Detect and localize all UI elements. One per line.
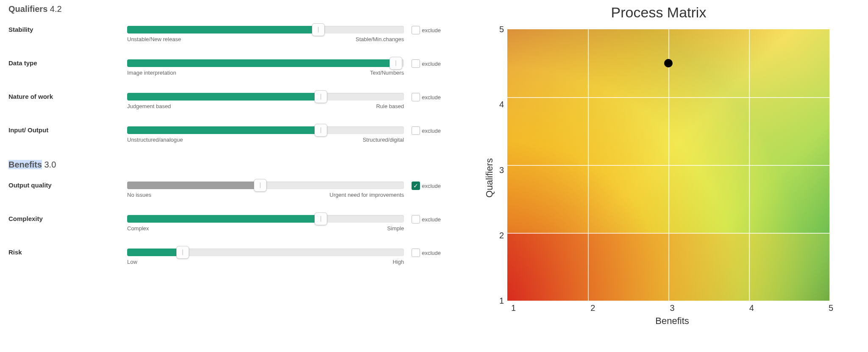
slider-left-caption: Image interpretation (127, 70, 176, 76)
slider-row-input-output: Input/ Output Unstructured/analogue Stru… (8, 126, 441, 143)
complexity-slider[interactable] (127, 215, 404, 223)
slider-row-output-quality: Output quality No issues Urgent need for… (8, 182, 441, 198)
slider-row-nature-of-work: Nature of work Judgement based Rule base… (8, 93, 441, 109)
slider-thumb[interactable] (314, 212, 327, 225)
benefits-header: Benefits 3.0 (8, 160, 441, 170)
x-tick: 2 (590, 303, 595, 313)
slider-row-data-type: Data type Image interpretation Text/Numb… (8, 59, 441, 76)
slider-left-caption: Judgement based (127, 103, 171, 109)
chart-title: Process Matrix (611, 4, 707, 21)
exclude-label: exclude (422, 250, 441, 256)
slider-right-caption: Stable/Min.changes (356, 36, 404, 42)
exclude-checkbox-risk[interactable] (412, 249, 420, 257)
criteria-panel: Qualifiers 4.2 Stability Unstable/New re… (8, 4, 458, 348)
y-tick: 3 (499, 165, 504, 175)
slider-right-caption: Rule based (376, 103, 404, 109)
y-tick: 2 (499, 230, 504, 240)
process-matrix-heatmap (507, 29, 829, 301)
y-axis-ticks: 5 4 3 2 1 (499, 29, 504, 301)
nature-of-work-slider[interactable] (127, 93, 404, 101)
slider-left-caption: No issues (127, 192, 151, 198)
exclude-checkbox-stability[interactable] (412, 26, 420, 34)
y-tick: 4 (499, 100, 504, 109)
benefits-score: 3.0 (44, 160, 56, 169)
exclude-label: exclude (422, 27, 441, 34)
matrix-data-point (664, 59, 673, 67)
exclude-label: exclude (422, 128, 441, 134)
slider-right-caption: Text/Numbers (370, 70, 404, 76)
slider-thumb[interactable] (314, 90, 327, 103)
slider-row-stability: Stability Unstable/New release Stable/Mi… (8, 26, 441, 42)
slider-thumb[interactable] (312, 23, 325, 36)
data-type-slider[interactable] (127, 59, 404, 67)
slider-label: Data type (8, 59, 127, 67)
slider-right-caption: Structured/digital (363, 137, 404, 143)
exclude-label: exclude (422, 61, 441, 67)
slider-left-caption: Low (127, 259, 137, 265)
input-output-slider[interactable] (127, 126, 404, 134)
slider-thumb[interactable] (389, 57, 402, 70)
y-tick: 5 (499, 25, 504, 34)
exclude-label: exclude (422, 94, 441, 101)
slider-label: Stability (8, 26, 127, 33)
exclude-label: exclude (422, 216, 441, 223)
slider-right-caption: Urgent need for improvements (330, 192, 404, 198)
x-tick: 4 (749, 303, 754, 313)
exclude-checkbox-data-type[interactable] (412, 59, 420, 68)
slider-left-caption: Unstructured/analogue (127, 137, 183, 143)
benefits-label: Benefits (8, 160, 42, 169)
slider-label: Input/ Output (8, 126, 127, 134)
slider-thumb[interactable] (314, 124, 327, 137)
exclude-checkbox-input-output[interactable] (412, 126, 420, 135)
slider-row-risk: Risk Low High exclude (8, 249, 441, 265)
qualifiers-label: Qualifiers (8, 4, 47, 14)
slider-label: Risk (8, 249, 127, 256)
slider-label: Nature of work (8, 93, 127, 100)
y-axis-label: Qualifiers (484, 158, 495, 198)
output-quality-slider[interactable] (127, 182, 404, 189)
slider-left-caption: Complex (127, 225, 149, 232)
exclude-checkbox-output-quality[interactable]: ✓ (412, 182, 420, 190)
x-tick: 1 (511, 303, 516, 313)
slider-left-caption: Unstable/New release (127, 36, 181, 42)
process-matrix-panel: Process Matrix Qualifiers 5 4 3 2 1 (458, 4, 860, 348)
slider-label: Complexity (8, 215, 127, 222)
x-axis-ticks: 1 2 3 4 5 (511, 303, 833, 313)
y-tick: 1 (499, 296, 504, 306)
x-axis-label: Benefits (511, 316, 833, 327)
exclude-checkbox-nature-of-work[interactable] (412, 93, 420, 101)
slider-row-complexity: Complexity Complex Simple exclude (8, 215, 441, 232)
exclude-label: exclude (422, 183, 441, 189)
x-tick: 5 (829, 303, 833, 313)
slider-right-caption: Simple (387, 225, 404, 232)
qualifiers-header: Qualifiers 4.2 (8, 4, 441, 14)
risk-slider[interactable] (127, 249, 404, 256)
slider-label: Output quality (8, 182, 127, 189)
qualifiers-score: 4.2 (50, 4, 62, 14)
exclude-checkbox-complexity[interactable] (412, 215, 420, 223)
x-tick: 3 (670, 303, 674, 313)
slider-thumb[interactable] (176, 246, 189, 259)
slider-thumb[interactable] (254, 179, 267, 192)
slider-right-caption: High (392, 259, 404, 265)
stability-slider[interactable] (127, 26, 404, 34)
